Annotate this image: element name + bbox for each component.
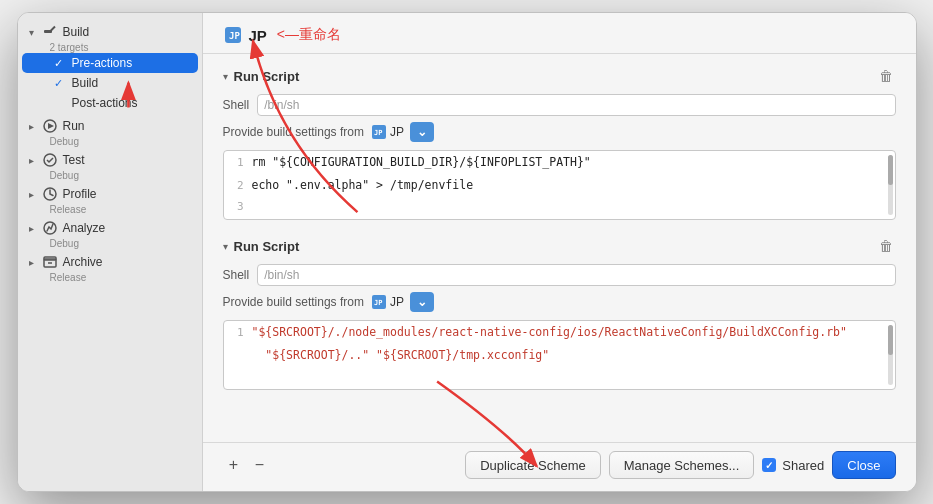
shell-row-2: Shell: [223, 264, 896, 286]
shell-label-1: Shell: [223, 98, 250, 112]
check-icon: ✓: [54, 57, 68, 70]
scroll-area: ▾ Run Script 🗑 Shell Provide build setti…: [203, 54, 916, 442]
main-content: JP JP <—重命名 ▾ Run Script 🗑 Shell: [203, 13, 916, 491]
hammer-icon: [42, 24, 58, 40]
sidebar-item-post-actions[interactable]: Post-actions: [18, 93, 202, 113]
build-subtitle: 2 targets: [50, 42, 202, 53]
section-2-header: ▾ Run Script 🗑: [223, 236, 896, 256]
scheme-name: JP: [249, 27, 267, 44]
scrollbar-1[interactable]: [888, 155, 893, 215]
svg-line-1: [50, 27, 55, 32]
sidebar-item-pre-actions[interactable]: ✓ Pre-actions: [22, 53, 198, 73]
bottom-toolbar: + − Duplicate Scheme Manage Schemes... S…: [203, 442, 916, 491]
test-icon: [42, 152, 58, 168]
shell-input-1[interactable]: [257, 94, 895, 116]
shell-label-2: Shell: [223, 268, 250, 282]
sidebar-group-analyze-header[interactable]: ▸ Analyze: [18, 217, 202, 239]
provide-row-1: Provide build settings from JP JP: [223, 122, 896, 142]
code-scroll-1[interactable]: 1 rm "${CONFIGURATION_BUILD_DIR}/${INFOP…: [224, 151, 895, 218]
analyze-icon: [42, 220, 58, 236]
provide-label-1: Provide build settings from: [223, 125, 364, 139]
scheme-pill-1: JP JP: [372, 125, 404, 139]
run-label: Run: [63, 119, 85, 133]
sidebar-group-analyze: ▸ Analyze Debug: [18, 217, 202, 249]
sidebar-group-build: ▾ Build 2 targets ✓ Pre-actions: [18, 21, 202, 113]
chevron-right-icon: ▸: [26, 188, 38, 200]
play-icon: [42, 118, 58, 134]
code-line-1-3: 3: [224, 196, 895, 218]
shell-row-1: Shell: [223, 94, 896, 116]
rename-hint: <—重命名: [277, 26, 341, 44]
scheme-pill-text-1: JP: [390, 125, 404, 139]
sidebar-item-build[interactable]: ✓ Build: [18, 73, 202, 93]
scrollbar-2[interactable]: [888, 325, 893, 385]
sidebar-group-archive-header[interactable]: ▸ Archive: [18, 251, 202, 273]
run-subtitle: Debug: [50, 136, 202, 147]
jp-scheme-icon-2: JP: [372, 295, 386, 309]
chevron-right-icon: ▸: [26, 154, 38, 166]
build-children: ✓ Pre-actions ✓ Build Post-actions: [18, 53, 202, 113]
post-actions-label: Post-actions: [72, 96, 138, 110]
check-icon: ✓: [54, 77, 68, 90]
section-1-header: ▾ Run Script 🗑: [223, 66, 896, 86]
sidebar-group-build-label: Build: [63, 25, 90, 39]
code-scroll-2[interactable]: 1 "${SRCROOT}/./node_modules/react-nativ…: [224, 321, 895, 366]
duplicate-scheme-button[interactable]: Duplicate Scheme: [465, 451, 601, 479]
sidebar-group-run-header[interactable]: ▸ Run: [18, 115, 202, 137]
scheme-dropdown-2[interactable]: [410, 292, 434, 312]
scheme-dropdown-1[interactable]: [410, 122, 434, 142]
section-2-title: Run Script: [234, 239, 876, 254]
chevron-down-icon: ▾: [26, 26, 38, 38]
chevron-right-icon: ▸: [26, 256, 38, 268]
sidebar-group-profile: ▸ Profile Release: [18, 183, 202, 215]
profile-icon: [42, 186, 58, 202]
archive-label: Archive: [63, 255, 103, 269]
profile-label: Profile: [63, 187, 97, 201]
archive-subtitle: Release: [50, 272, 202, 283]
jp-scheme-icon-1: JP: [372, 125, 386, 139]
manage-schemes-button[interactable]: Manage Schemes...: [609, 451, 755, 479]
build-label: Build: [72, 76, 99, 90]
delete-script-2-button[interactable]: 🗑: [876, 236, 896, 256]
section-1-title: Run Script: [234, 69, 876, 84]
sidebar-group-build-header[interactable]: ▾ Build: [18, 21, 202, 43]
delete-script-1-button[interactable]: 🗑: [876, 66, 896, 86]
scheme-icon: JP: [223, 25, 243, 45]
sidebar: ▾ Build 2 targets ✓ Pre-actions: [18, 13, 203, 491]
section-chevron-1: ▾: [223, 71, 228, 82]
add-script-button[interactable]: +: [223, 454, 245, 476]
script-section-2: ▾ Run Script 🗑 Shell Provide build setti…: [223, 236, 896, 390]
scheme-pill-2: JP JP: [372, 295, 404, 309]
remove-script-button[interactable]: −: [249, 454, 271, 476]
test-label: Test: [63, 153, 85, 167]
provide-row-2: Provide build settings from JP JP: [223, 292, 896, 312]
add-remove-buttons: + −: [223, 454, 271, 476]
chevron-right-icon: ▸: [26, 222, 38, 234]
code-line-1-2: 2 echo ".env.alpha" > /tmp/envfile: [224, 174, 895, 197]
empty-icon: [54, 97, 68, 109]
chevron-right-icon: ▸: [26, 120, 38, 132]
script-section-1: ▾ Run Script 🗑 Shell Provide build setti…: [223, 66, 896, 220]
shared-checkbox-row: Shared: [762, 458, 824, 473]
code-box-1: 1 rm "${CONFIGURATION_BUILD_DIR}/${INFOP…: [223, 150, 896, 220]
scrollbar-thumb-1: [888, 155, 893, 185]
sidebar-group-archive: ▸ Archive Release: [18, 251, 202, 283]
section-chevron-2: ▾: [223, 241, 228, 252]
test-subtitle: Debug: [50, 170, 202, 181]
shared-checkbox[interactable]: [762, 458, 776, 472]
svg-text:JP: JP: [374, 129, 382, 137]
sidebar-group-test: ▸ Test Debug: [18, 149, 202, 181]
shell-input-2[interactable]: [257, 264, 895, 286]
sidebar-group-test-header[interactable]: ▸ Test: [18, 149, 202, 171]
scheme-pill-text-2: JP: [390, 295, 404, 309]
close-button[interactable]: Close: [832, 451, 895, 479]
svg-text:JP: JP: [374, 299, 382, 307]
svg-text:JP: JP: [229, 31, 240, 41]
code-line-2-2: "${SRCROOT}/.." "${SRCROOT}/tmp.xcconfig…: [224, 344, 895, 366]
svg-marker-3: [48, 123, 54, 129]
sidebar-group-profile-header[interactable]: ▸ Profile: [18, 183, 202, 205]
main-header: JP JP <—重命名: [203, 13, 916, 54]
shared-label: Shared: [782, 458, 824, 473]
pre-actions-label: Pre-actions: [72, 56, 133, 70]
analyze-label: Analyze: [63, 221, 106, 235]
